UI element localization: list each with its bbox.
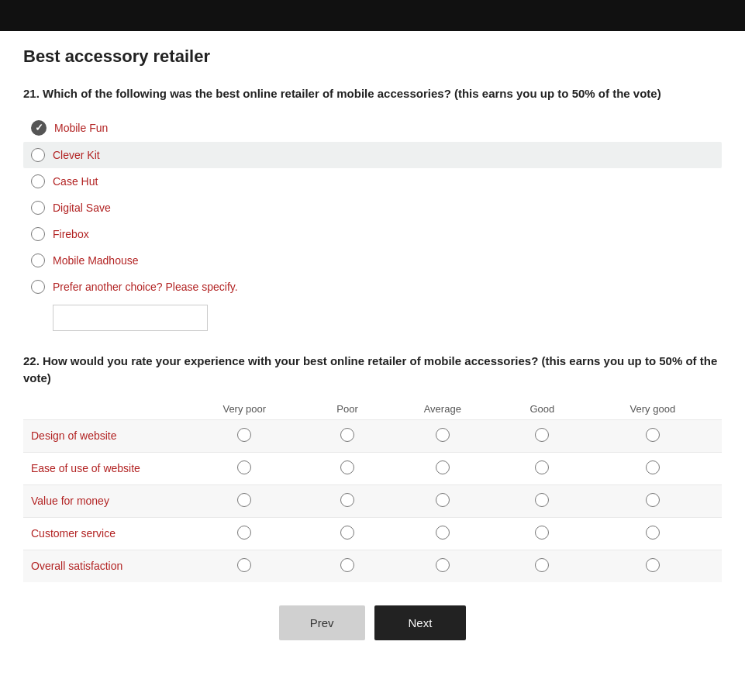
option-digital-save-radio[interactable]: [31, 201, 45, 215]
rating-table: Very poor Poor Average Good Very good De…: [23, 398, 722, 582]
rating-col-poor: Poor: [311, 398, 385, 420]
question-22-text: 22. How would you rate your experience w…: [23, 353, 722, 388]
rating-radio-r0-c2[interactable]: [436, 428, 450, 442]
rating-radio-r1-c3[interactable]: [535, 460, 549, 474]
rating-radio-r0-c4[interactable]: [646, 428, 660, 442]
table-row: Overall satisfaction: [23, 550, 722, 582]
rating-table-header-row: Very poor Poor Average Good Very good: [23, 398, 722, 420]
rating-radio-r3-c1[interactable]: [340, 526, 354, 540]
rating-radio-r2-c2[interactable]: [436, 493, 450, 507]
option-clever-kit[interactable]: Clever Kit: [23, 142, 722, 168]
option-case-hut[interactable]: Case Hut: [23, 168, 722, 195]
table-row: Value for money: [23, 484, 722, 517]
next-button[interactable]: Next: [374, 605, 467, 640]
checked-icon: [31, 120, 47, 136]
row-label: Overall satisfaction: [23, 550, 178, 582]
option-mobile-fun-label[interactable]: Mobile Fun: [54, 122, 108, 134]
specify-input[interactable]: [53, 305, 208, 331]
row-label: Customer service: [23, 517, 178, 550]
question-21-text: 21. Which of the following was the best …: [23, 85, 722, 103]
rating-radio-r4-c4[interactable]: [646, 558, 660, 572]
rating-col-good: Good: [501, 398, 584, 420]
rating-col-label: [23, 398, 178, 420]
option-clever-kit-label[interactable]: Clever Kit: [53, 149, 100, 161]
option-clever-kit-radio[interactable]: [31, 148, 45, 162]
rating-radio-r1-c0[interactable]: [237, 460, 251, 474]
option-prefer-other-label[interactable]: Prefer another choice? Please specify.: [53, 281, 238, 293]
option-digital-save[interactable]: Digital Save: [23, 195, 722, 221]
row-label: Ease of use of website: [23, 452, 178, 484]
rating-radio-r0-c0[interactable]: [237, 428, 251, 442]
table-row: Ease of use of website: [23, 452, 722, 484]
rating-col-very-poor: Very poor: [178, 398, 311, 420]
rating-radio-r3-c4[interactable]: [646, 526, 660, 540]
rating-radio-r0-c3[interactable]: [535, 428, 549, 442]
table-row: Design of website: [23, 419, 722, 452]
row-label: Value for money: [23, 484, 178, 517]
option-firebox[interactable]: Firebox: [23, 221, 722, 247]
table-row: Customer service: [23, 517, 722, 550]
option-mobile-madhouse-label[interactable]: Mobile Madhouse: [53, 254, 139, 267]
rating-radio-r4-c3[interactable]: [535, 558, 549, 572]
rating-radio-r4-c1[interactable]: [340, 558, 354, 572]
rating-radio-r4-c2[interactable]: [436, 558, 450, 572]
row-label: Design of website: [23, 419, 178, 452]
option-mobile-madhouse-radio[interactable]: [31, 253, 45, 267]
rating-radio-r3-c2[interactable]: [436, 526, 450, 540]
option-firebox-radio[interactable]: [31, 227, 45, 241]
option-firebox-label[interactable]: Firebox: [53, 228, 89, 240]
rating-radio-r2-c3[interactable]: [535, 493, 549, 507]
rating-radio-r4-c0[interactable]: [237, 558, 251, 572]
top-bar: [0, 0, 745, 31]
question-22-block: 22. How would you rate your experience w…: [23, 353, 722, 582]
rating-radio-r1-c4[interactable]: [646, 460, 660, 474]
rating-radio-r1-c1[interactable]: [340, 460, 354, 474]
question-21-block: 21. Which of the following was the best …: [23, 85, 722, 331]
rating-radio-r3-c3[interactable]: [535, 526, 549, 540]
option-case-hut-label[interactable]: Case Hut: [53, 175, 98, 188]
rating-col-very-good: Very good: [584, 398, 722, 420]
option-case-hut-radio[interactable]: [31, 174, 45, 188]
option-digital-save-label[interactable]: Digital Save: [53, 202, 111, 214]
nav-buttons: Prev Next: [23, 605, 722, 640]
prev-button[interactable]: Prev: [279, 605, 365, 640]
rating-radio-r2-c0[interactable]: [237, 493, 251, 507]
rating-radio-r3-c0[interactable]: [237, 526, 251, 540]
rating-radio-r1-c2[interactable]: [436, 460, 450, 474]
option-prefer-other-radio[interactable]: [31, 280, 45, 294]
rating-radio-r2-c1[interactable]: [340, 493, 354, 507]
option-mobile-fun[interactable]: Mobile Fun: [23, 114, 722, 142]
rating-col-average: Average: [385, 398, 502, 420]
option-prefer-other[interactable]: Prefer another choice? Please specify.: [23, 274, 722, 300]
rating-radio-r2-c4[interactable]: [646, 493, 660, 507]
page-title: Best accessory retailer: [23, 47, 722, 67]
rating-radio-r0-c1[interactable]: [340, 428, 354, 442]
option-mobile-madhouse[interactable]: Mobile Madhouse: [23, 247, 722, 274]
